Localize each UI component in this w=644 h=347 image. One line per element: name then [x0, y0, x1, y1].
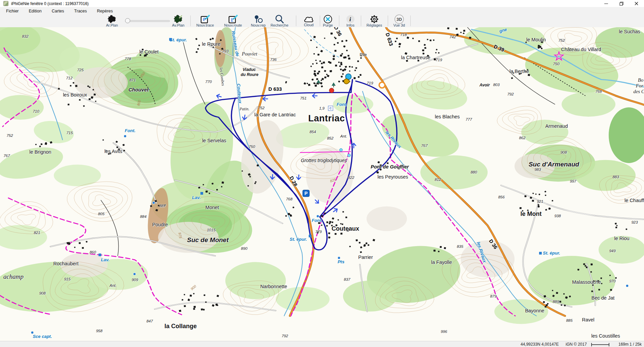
- map-label: 803: [493, 83, 499, 87]
- slider-track[interactable]: [125, 20, 170, 22]
- map-label: le Roure: [202, 41, 221, 47]
- map-label: 778: [124, 57, 131, 61]
- blue-sq-marker: [200, 192, 203, 195]
- map-label: 997: [570, 179, 576, 183]
- map-label: 835: [457, 244, 463, 248]
- map-label: 908: [39, 291, 45, 295]
- map-label: 938: [554, 214, 561, 218]
- reglages-button[interactable]: Réglages: [360, 15, 388, 27]
- map-label: 862: [519, 136, 525, 140]
- map-label: 908: [560, 150, 567, 154]
- blue-dot-marker: [133, 273, 136, 276]
- map-label: Monet: [205, 205, 219, 210]
- blue-dot-marker: [124, 135, 127, 138]
- map-label: 715: [66, 131, 73, 135]
- purge-x-icon: [323, 15, 333, 24]
- map-label: 871: [129, 78, 136, 82]
- map-label: Font.: [125, 128, 136, 133]
- map-label: 768: [286, 197, 292, 201]
- vue3d-button[interactable]: 3D Vue 3d: [385, 15, 413, 27]
- blue-dot-marker: [626, 284, 629, 287]
- toolbar-label: Réglages: [367, 23, 382, 27]
- map-label: Bayonne: [525, 308, 544, 313]
- map-label: Poudre: [152, 222, 168, 227]
- recherche-button[interactable]: Recherche: [265, 15, 294, 27]
- map-label: Patin.: [240, 107, 250, 112]
- info-icon: i: [346, 15, 355, 24]
- map-label: 832: [22, 34, 28, 38]
- avplan-button[interactable]: Av.Plan: [164, 15, 192, 27]
- map-label: 725: [77, 68, 83, 72]
- toolbar-label: Nouv.trace: [196, 23, 214, 27]
- map-label: 970: [609, 279, 615, 283]
- trace-direction-arrow: [295, 174, 303, 182]
- menu-fichier[interactable]: Fichier: [2, 8, 23, 14]
- roundabout-marker: [379, 82, 386, 89]
- map-label: 1,9: [319, 106, 325, 110]
- blue-dot-marker: [31, 331, 34, 334]
- map-label: Font.: [312, 218, 323, 223]
- nouvroute-button[interactable]: Σ Nouv.route: [219, 15, 247, 27]
- map-label: 812: [434, 178, 441, 182]
- toolbar-label: Av.Plan: [172, 23, 185, 27]
- trace-direction-arrow: [268, 173, 276, 181]
- map-label: 792: [507, 92, 514, 96]
- map-label: Malassouche: [572, 279, 601, 285]
- map-label: Parrier: [358, 255, 373, 260]
- map-label: Sce capt.: [33, 334, 52, 339]
- toolbar-separator: [410, 15, 411, 26]
- map-label: 752: [558, 38, 565, 42]
- arplan-button[interactable]: Ar.Plan: [98, 15, 126, 27]
- map-label: 793: [222, 49, 228, 53]
- magenta-star-marker[interactable]: ☆: [553, 51, 565, 61]
- map-label: les Boiroux: [63, 92, 87, 98]
- map-label: 712: [66, 76, 72, 80]
- map-label: 958: [96, 329, 102, 333]
- map-label: 847: [146, 319, 153, 323]
- menu-cartes[interactable]: Cartes: [48, 8, 68, 14]
- restore-button[interactable]: [614, 0, 629, 7]
- map-label: 767: [3, 154, 10, 158]
- map-label: Armenaud: [545, 123, 568, 129]
- menu-reperes[interactable]: Repères: [93, 8, 117, 14]
- map-label: la Chartreuse: [401, 55, 430, 60]
- map-label: 821: [34, 231, 40, 235]
- map-label: St. épur.: [169, 37, 187, 42]
- map-label: Narbonnette: [260, 284, 287, 289]
- restore-icon: [619, 2, 623, 6]
- toolbar-label: Nouv.route: [224, 23, 242, 27]
- france-map-icon: [106, 15, 118, 24]
- blue-sq-marker: [309, 235, 311, 237]
- map-copyright: iGN © 2017: [566, 342, 587, 347]
- map-label: du Roure: [241, 72, 259, 77]
- toolbar-label: Nouv.rep: [251, 23, 266, 27]
- map-label: 890: [241, 246, 247, 250]
- map-label: Château du Villard: [561, 47, 601, 52]
- map-label: la Berthe: [509, 69, 529, 74]
- window-title: iPhiGéNie fenêtre 0 (context : 119637701…: [11, 1, 89, 6]
- trace-direction-arrow: [261, 95, 269, 103]
- close-icon: [635, 2, 638, 5]
- map-label: 752: [258, 106, 264, 110]
- minimize-icon: [604, 2, 608, 5]
- close-button[interactable]: [629, 0, 644, 7]
- map-label: Rochaubert: [53, 261, 79, 266]
- map-label: St. épur.: [290, 237, 307, 242]
- background-opacity-slider[interactable]: [125, 18, 169, 23]
- nouvtrace-button[interactable]: Nouv.trace: [191, 15, 219, 27]
- toolbar-separator: [320, 15, 320, 26]
- menu-edition[interactable]: Edition: [25, 8, 46, 14]
- map-canvas[interactable]: 832St. épur.le Coulet778le Roure793Pouvi…: [0, 27, 644, 341]
- slider-knob[interactable]: [125, 18, 130, 23]
- map-label: le Brignon: [29, 149, 51, 155]
- red-circle-marker[interactable]: [329, 88, 334, 93]
- cbox-marker: C: [328, 106, 333, 111]
- map-label: 884: [140, 215, 146, 219]
- map-label: Ravel: [582, 317, 594, 322]
- map-label: 770: [205, 80, 212, 84]
- minimize-button[interactable]: [599, 0, 614, 7]
- menu-traces[interactable]: Traces: [70, 8, 91, 14]
- france-map-pencil-icon: [172, 15, 184, 24]
- map-label: 822: [348, 176, 354, 180]
- map-label: Pouviet: [242, 51, 257, 57]
